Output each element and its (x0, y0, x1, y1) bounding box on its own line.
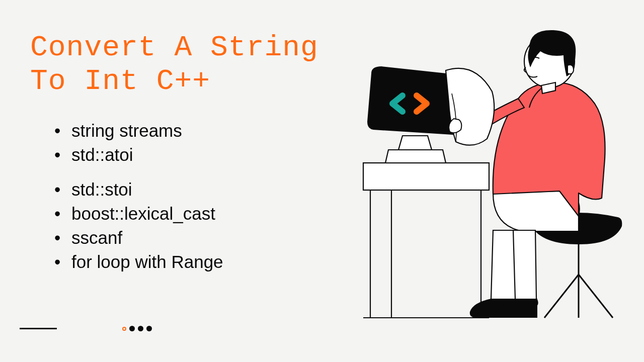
person-legs-icon (470, 191, 580, 318)
pagination-dots (122, 326, 152, 331)
method-list: string streams std::atoi std::stoi boost… (54, 119, 223, 275)
list-item-label: sscanf (71, 228, 122, 247)
list-item-label: std::stoi (71, 179, 132, 199)
svg-line-6 (544, 275, 579, 318)
dot-indicator (138, 326, 143, 331)
paper-icon (446, 68, 494, 145)
title-line-1: Convert A String (30, 31, 318, 64)
list-item: boost::lexical_cast (54, 202, 223, 226)
svg-rect-0 (363, 163, 489, 190)
list-item-label: for loop with Range (71, 252, 223, 272)
dot-indicator (129, 326, 135, 331)
list-item-label: boost::lexical_cast (71, 204, 215, 223)
list-item: string streams (54, 119, 223, 143)
list-item: for loop with Range (54, 250, 223, 274)
title-line-2: To Int C++ (30, 65, 210, 98)
dot-indicator (146, 326, 152, 331)
divider-line (20, 328, 57, 329)
svg-line-7 (579, 275, 613, 318)
page-title: Convert A String To Int C++ (30, 31, 318, 98)
desk-icon (363, 163, 489, 318)
hand-icon (449, 119, 461, 133)
illustration-person-at-desk (342, 27, 634, 324)
list-item-label: std::atoi (71, 145, 133, 164)
list-item: sscanf (54, 226, 223, 250)
list-item: std::atoi (54, 143, 223, 167)
dot-indicator-active (122, 327, 126, 331)
list-item: std::stoi (54, 177, 223, 202)
list-item-label: string streams (71, 121, 182, 140)
